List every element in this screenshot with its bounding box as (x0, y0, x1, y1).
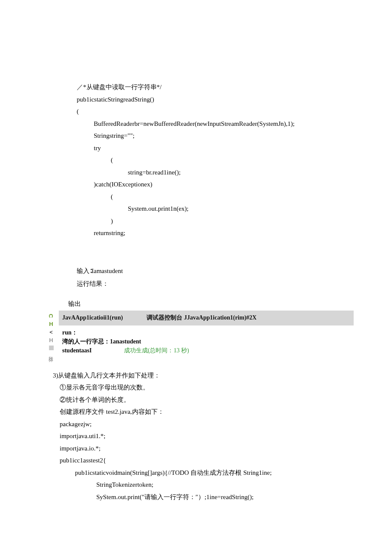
code-line: SyStem.out.print("请输入一行字符：″）;1ine=readSt… (96, 491, 354, 503)
gutter-segment-label: 段芬 (47, 353, 56, 354)
gutter-icon: H (49, 321, 53, 327)
code-line: ／*从键盘中读取一行字符串*/ (77, 81, 354, 93)
section3-item: ②统计各个单词的长度。 (60, 394, 354, 406)
code-line: string=br.read1ine(); (77, 166, 354, 179)
code-line: Stringstring=""; (77, 130, 354, 142)
code-line: importjava.uti1.*; (60, 430, 354, 442)
code-line: returnstring; (77, 227, 354, 239)
output-tab-debug: 调试器控制台 JJavaApp1ication1(rim)#2X (147, 312, 257, 324)
output-panel: 输出 C H < H 段芬 JavAApp1icatioii1(run) 调试器… (47, 298, 354, 357)
gutter-block-icon (49, 346, 54, 350)
input-line: 输入∶Iamastudent (77, 265, 354, 277)
document-page: ／*从键盘中读取一行字符串*/ pub1icstaticStringreadSt… (0, 0, 392, 554)
output-gutter: C H < H 段芬 (47, 311, 55, 357)
code-line: ( (77, 105, 354, 118)
output-console: run： 湾的人一行字忌：1anastudent studentaasI 成功生… (59, 325, 354, 357)
output-box: C H < H 段芬 JavAApp1icatioii1(run) 调试器控制台… (47, 311, 354, 357)
section-3: 3)从键盘输入几行文本并作如下处理： ①显示各元音字母出现的次数。 ②统计各个单… (53, 369, 354, 503)
code-block-readstring: ／*从键盘中读取一行字符串*/ pub1icstaticStringreadSt… (77, 81, 354, 239)
code-line: ( (77, 191, 354, 203)
console-line: studentaasI 成功生成(总时间：13 秒) (62, 346, 350, 355)
gutter-icon: H (49, 337, 53, 343)
code-line: ( (77, 154, 354, 166)
code-line: pub1icstaticvoidmain(String[]args){//TOD… (75, 467, 354, 479)
section3-desc: 创建源程序文件 test2.java,内容如下： (60, 406, 354, 418)
code-line: StringTokenizertoken; (96, 479, 354, 491)
code-line: try (77, 142, 354, 154)
run-result-label: 运行结果： (77, 278, 354, 290)
section3-item: ①显示各元音字母出现的次数。 (60, 381, 354, 394)
section3-heading: 3)从键盘输入几行文本并作如下处理： (53, 369, 354, 382)
console-success: 成功生成(总时间：13 秒) (124, 347, 189, 354)
console-line-left: studentaasI (62, 346, 92, 355)
code-line: pub1icstaticStringreadString() (77, 93, 354, 106)
console-run-label: run： (62, 328, 350, 337)
code-line: System.out.print1n(ex); (77, 203, 354, 215)
code-line: pub1icc1asstest2{ (60, 454, 354, 467)
code-line: packagezjw; (60, 418, 354, 430)
output-body: JavAApp1icatioii1(run) 调试器控制台 JJavaApp1i… (59, 311, 354, 357)
code-line: BufferedReaderbr=newBufferedReader(newIn… (77, 118, 354, 130)
code-line: ) (77, 215, 354, 227)
output-title: 输出 (68, 298, 354, 310)
output-tabs: JavAApp1icatioii1(run) 调试器控制台 JJavaApp1i… (59, 311, 354, 325)
input-result-section: 输入∶Iamastudent 运行结果： (77, 265, 354, 290)
code-line: )catch(IOExceptionex) (77, 178, 354, 191)
gutter-icon: < (49, 329, 53, 335)
gutter-icon: C (48, 314, 54, 318)
code-line: importjava.io.*; (60, 442, 354, 455)
console-line: 湾的人一行字忌：1anastudent (62, 337, 350, 346)
output-tab-run: JavAApp1icatioii1(run) (62, 312, 123, 324)
